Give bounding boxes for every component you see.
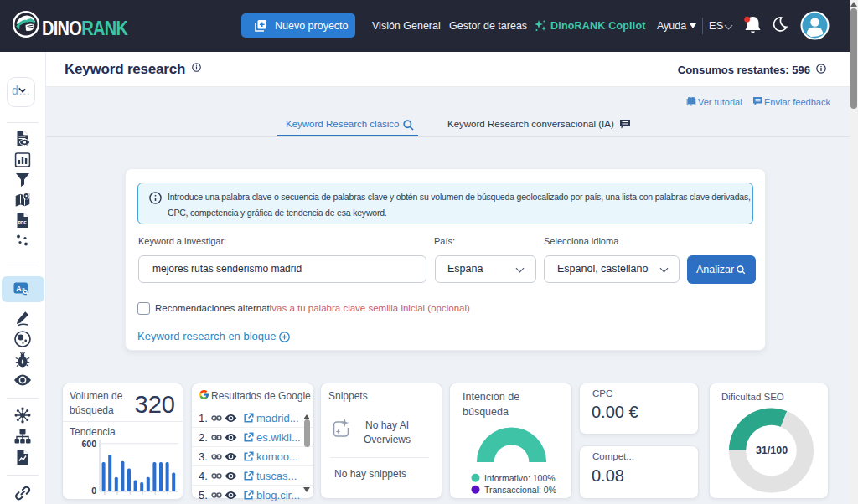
svg-text:31/100: 31/100 (756, 445, 788, 456)
svg-text:0: 0 (91, 486, 96, 496)
svg-text:A: A (16, 284, 22, 293)
svg-text:Informativo: 100%: Informativo: 100% (484, 473, 556, 483)
svg-text:600: 600 (81, 439, 96, 449)
svg-text:PDF: PDF (18, 219, 27, 224)
svg-text:Transaccional: 0%: Transaccional: 0% (484, 485, 556, 495)
